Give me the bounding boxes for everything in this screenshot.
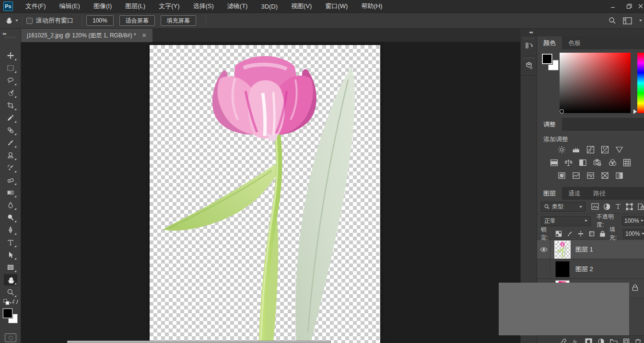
tab-layers[interactable]: 图层: [537, 187, 562, 200]
quick-mask-mode-button[interactable]: [5, 333, 16, 342]
3d-panel-icon[interactable]: [521, 56, 538, 76]
menu-filter[interactable]: 滤镜(T): [221, 0, 255, 13]
filter-shape-layers-icon[interactable]: [626, 203, 633, 210]
invert-icon[interactable]: [558, 172, 566, 180]
tab-channels[interactable]: 通道: [562, 187, 587, 200]
menu-file[interactable]: 文件(F): [19, 0, 53, 13]
layer2-name[interactable]: 图层 2: [575, 265, 593, 274]
filter-adjustment-layers-icon[interactable]: [603, 203, 610, 210]
quick-selection-tool[interactable]: [4, 87, 17, 99]
add-layer-mask-icon[interactable]: [585, 338, 592, 343]
zoom-tool[interactable]: [4, 286, 17, 298]
close-icon[interactable]: [637, 0, 644, 13]
active-tool-preset[interactable]: [5, 16, 18, 25]
brightness-contrast-icon[interactable]: [558, 146, 566, 154]
zoom-100-button[interactable]: 100%: [86, 15, 114, 26]
delete-layer-icon[interactable]: [635, 338, 641, 343]
color-field-picker[interactable]: [560, 109, 564, 114]
canvas-viewport[interactable]: [21, 42, 520, 343]
tools-drag-grip[interactable]: [5, 36, 16, 38]
menu-type[interactable]: 文字(Y): [152, 0, 186, 13]
restore-icon[interactable]: [621, 0, 637, 13]
brush-tool[interactable]: [4, 137, 17, 149]
curves-icon[interactable]: [586, 146, 595, 154]
crop-tool[interactable]: [4, 100, 17, 111]
menu-3d[interactable]: 3D(D): [254, 0, 284, 13]
layer2-visibility-toggle[interactable]: [537, 260, 550, 279]
default-colors-icon[interactable]: [3, 299, 10, 305]
tab-paths[interactable]: 路径: [587, 187, 612, 200]
filter-pixel-layers-icon[interactable]: [591, 203, 599, 210]
blur-tool[interactable]: [4, 199, 17, 211]
hue-strip[interactable]: [637, 53, 644, 113]
search-icon[interactable]: [609, 17, 616, 24]
levels-icon[interactable]: [572, 146, 580, 154]
filter-smart-objects-icon[interactable]: [637, 203, 644, 210]
lock-transparency-icon[interactable]: [555, 230, 562, 237]
photo-filter-icon[interactable]: [593, 159, 602, 167]
minimize-icon[interactable]: [605, 0, 621, 13]
clone-stamp-tool[interactable]: [4, 149, 17, 161]
vibrance-icon[interactable]: [615, 146, 623, 154]
color-balance-icon[interactable]: [564, 159, 573, 167]
new-group-icon[interactable]: [610, 338, 618, 343]
black-white-icon[interactable]: [579, 159, 587, 167]
lasso-tool[interactable]: [4, 75, 17, 86]
dock-collapse-header[interactable]: ◂◂: [520, 29, 644, 36]
foreground-color-swatch[interactable]: [3, 309, 12, 318]
spot-healing-brush-tool[interactable]: [4, 125, 17, 136]
hue-saturation-icon[interactable]: [550, 159, 558, 167]
layer-row-1[interactable]: 图层 1: [537, 240, 644, 259]
filter-type-layers-icon[interactable]: [615, 203, 621, 210]
menu-view[interactable]: 视图(V): [284, 0, 318, 13]
workspace-switcher-icon[interactable]: [623, 17, 632, 24]
tab-swatches[interactable]: 色板: [562, 36, 587, 49]
fill-value[interactable]: 100%: [623, 229, 644, 239]
fit-screen-button[interactable]: 适合屏幕: [119, 15, 155, 26]
image-canvas[interactable]: [150, 45, 380, 343]
eyedropper-tool[interactable]: [4, 112, 17, 124]
gradient-tool[interactable]: [4, 187, 17, 198]
lock-position-icon[interactable]: [577, 230, 584, 237]
color-lookup-icon[interactable]: [623, 159, 631, 167]
dodge-tool[interactable]: [4, 212, 17, 223]
opacity-value[interactable]: 100%: [622, 216, 644, 226]
rectangle-tool[interactable]: [4, 262, 17, 273]
posterize-icon[interactable]: [572, 172, 580, 180]
selective-color-icon[interactable]: [601, 172, 609, 180]
lock-pixels-icon[interactable]: [566, 230, 573, 237]
layer1-visibility-toggle[interactable]: [537, 240, 550, 259]
hand-tool[interactable]: [4, 274, 17, 286]
type-tool[interactable]: [4, 237, 17, 248]
saturation-brightness-field[interactable]: [560, 53, 631, 113]
exposure-icon[interactable]: [601, 146, 609, 154]
channel-mixer-icon[interactable]: [609, 159, 617, 167]
menu-edit[interactable]: 编辑(E): [53, 0, 87, 13]
lock-all-icon[interactable]: [599, 230, 606, 237]
layer1-thumbnail[interactable]: [555, 241, 570, 258]
layer2-thumbnail[interactable]: [555, 261, 570, 277]
move-tool[interactable]: [4, 50, 17, 61]
menu-help[interactable]: 帮助(H): [354, 0, 389, 13]
history-panel-icon[interactable]: [521, 36, 538, 56]
layer-row-2[interactable]: 图层 2: [537, 260, 644, 279]
close-tab-icon[interactable]: ✕: [142, 32, 147, 39]
lock-artboard-icon[interactable]: [588, 230, 595, 237]
panel-foreground-swatch[interactable]: [542, 54, 552, 64]
new-adjustment-layer-icon[interactable]: [597, 338, 605, 343]
threshold-icon[interactable]: [586, 172, 595, 180]
eraser-tool[interactable]: [4, 174, 17, 186]
menu-layer[interactable]: 图层(L): [118, 0, 152, 13]
tab-adjustments[interactable]: 调整: [537, 118, 562, 131]
layer1-name[interactable]: 图层 1: [575, 245, 593, 254]
layer-effects-icon[interactable]: fx: [573, 338, 580, 343]
workspace-caret-icon[interactable]: [639, 20, 642, 22]
blend-mode-dropdown[interactable]: 正常: [541, 216, 591, 226]
gradient-map-icon[interactable]: [615, 172, 623, 180]
rectangular-marquee-tool[interactable]: [4, 62, 17, 74]
menu-image[interactable]: 图像(I): [87, 0, 118, 13]
collapse-tools-icon[interactable]: ▸▸: [3, 31, 6, 36]
new-layer-icon[interactable]: [623, 338, 630, 343]
history-brush-tool[interactable]: [4, 162, 17, 173]
document-tab[interactable]: j161025_2.jpg @ 120% (图层 1, RGB/8#) * ✕: [21, 29, 152, 42]
